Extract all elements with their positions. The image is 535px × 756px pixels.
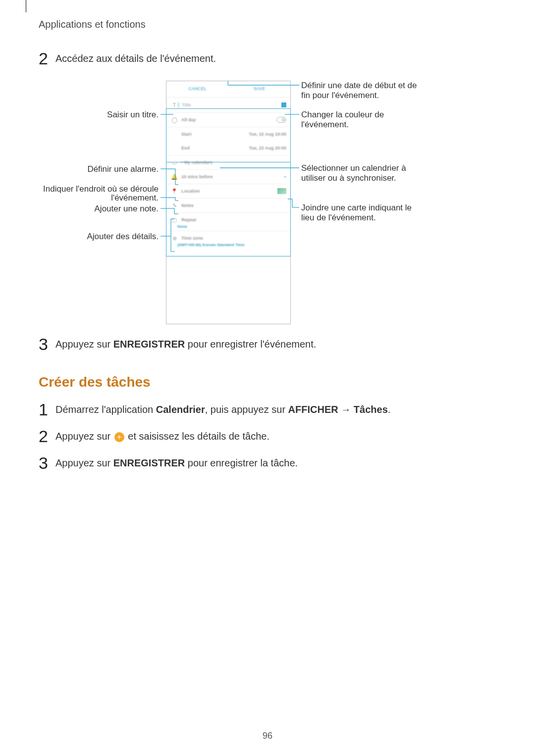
step-number-3b: 3 — [39, 454, 48, 473]
globe-icon: ⊕ — [170, 235, 178, 242]
margin-line — [26, 0, 26, 12]
mock-map-thumb — [277, 188, 286, 194]
mock-timezone-row: ⊕ Time zone — [166, 231, 290, 243]
mock-calendars: • My calendars — [178, 160, 286, 165]
mock-repeat-sub: None — [166, 224, 290, 229]
callout-map-l2: lieu de l'événement. — [301, 213, 460, 223]
s3b-bold: ENREGISTRER — [113, 457, 185, 468]
mock-toggle — [276, 117, 286, 123]
s1b-suffix: . — [388, 404, 391, 415]
mock-end-row: End Tue, 22 Aug 20:00 — [166, 141, 290, 155]
step-text-3b: Appuyez sur ENREGISTRER pour enregistrer… — [55, 457, 298, 469]
mock-cancel: CANCEL — [166, 81, 228, 97]
text-icon: T — [170, 102, 178, 108]
mock-color-dot — [281, 102, 286, 107]
page-header: Applications et fonctions — [39, 19, 146, 30]
mock-start-val: Tue, 22 Aug 19:00 — [249, 132, 286, 137]
callout-color-l2: l'événement. — [301, 120, 460, 130]
note-icon: ✎ — [170, 202, 178, 209]
step-number-2b: 2 — [39, 427, 48, 446]
s2b-prefix: Appuyez sur — [55, 431, 113, 442]
mock-allday-row: ◯ All day — [166, 113, 290, 127]
step-number-2a: 2 — [39, 49, 48, 68]
callout-alarm: Définir une alarme. — [59, 164, 159, 174]
event-editor-mockup: CANCEL SAVE T Title ◯ All day Start Tue,… — [166, 81, 291, 324]
callout-dates-l2: fin pour l'événement. — [301, 91, 460, 101]
mock-end: End — [178, 146, 249, 151]
bell-icon: 🔔 — [170, 174, 178, 180]
step-text-2a: Accédez aux détails de l'événement. — [55, 53, 216, 64]
step-number-3a: 3 — [39, 335, 48, 354]
s3b-prefix: Appuyez sur — [55, 457, 113, 468]
s1b-b1: Calendrier — [156, 404, 205, 415]
plus-icon: + — [114, 432, 124, 442]
mock-calendars-row: ▭ • My calendars — [166, 155, 290, 170]
step-text-1b: Démarrez l'application Calendrier, puis … — [55, 404, 390, 415]
mock-repeat: Repeat — [178, 217, 286, 222]
mock-timezone-sub: (GMT+09:00) Korean Standard Time — [166, 243, 290, 247]
mock-notes: Notes — [178, 203, 286, 208]
mock-title-row: T Title — [166, 98, 290, 113]
mock-end-val: Tue, 22 Aug 20:00 — [249, 146, 286, 151]
s3a-suffix: pour enregistrer l'événement. — [185, 339, 316, 350]
mock-location: Location — [178, 189, 277, 194]
callout-color-l1: Changer la couleur de — [301, 110, 460, 120]
clock-icon: ◯ — [170, 117, 178, 123]
step-text-2b: Appuyez sur + et saisissez les détails d… — [55, 431, 269, 442]
step-text-3a: Appuyez sur ENREGISTRER pour enregistrer… — [55, 339, 316, 350]
mock-allday: All day — [178, 117, 276, 122]
mock-start: Start — [178, 132, 249, 137]
mock-timezone: Time zone — [178, 236, 286, 241]
mock-title-placeholder: Title — [178, 102, 281, 107]
s3a-prefix: Appuyez sur — [55, 339, 113, 350]
callout-map-l1: Joindre une carte indiquant le — [301, 203, 460, 213]
mock-reminder-row: 🔔 10 mins before − — [166, 170, 290, 184]
s1b-mid: , puis appuyez sur — [205, 404, 288, 415]
mock-start-row: Start Tue, 22 Aug 19:00 — [166, 127, 290, 141]
mock-repeat-row: ▢ Repeat — [166, 213, 290, 224]
mock-location-row: 📍 Location — [166, 184, 290, 199]
callout-cal-l2: utiliser ou à synchroniser. — [301, 173, 460, 183]
step-number-1b: 1 — [39, 400, 48, 419]
callout-title: Saisir un titre. — [59, 110, 159, 120]
s3a-bold: ENREGISTRER — [113, 339, 185, 350]
calendar-icon: ▭ — [170, 159, 178, 166]
s1b-b2: AFFICHER — [288, 404, 338, 415]
page-number: 96 — [0, 731, 535, 741]
s1b-b3: Tâches — [354, 404, 388, 415]
callout-dates-l1: Définir une date de début et de — [301, 81, 460, 91]
callout-location-l2: l'événement. — [30, 193, 159, 203]
callout-details: Ajouter des détails. — [59, 232, 159, 242]
s3b-suffix: pour enregistrer la tâche. — [185, 457, 298, 468]
mock-reminder: 10 mins before — [178, 174, 284, 179]
mock-notes-row: ✎ Notes — [166, 199, 290, 213]
repeat-icon: ▢ — [170, 217, 178, 223]
s1b-arrow: → — [338, 404, 354, 415]
s2b-suffix: et saisissez les détails de tâche. — [125, 431, 269, 442]
callout-cal-l1: Sélectionner un calendrier à — [301, 163, 460, 173]
s1b-prefix: Démarrez l'application — [55, 404, 156, 415]
callout-note: Ajouter une note. — [59, 204, 159, 214]
callout-location-l1: Indiquer l'endroit où se déroule — [30, 184, 159, 194]
section-heading: Créer des tâches — [39, 374, 151, 390]
pin-icon: 📍 — [170, 188, 178, 195]
mock-save: SAVE — [228, 81, 290, 97]
